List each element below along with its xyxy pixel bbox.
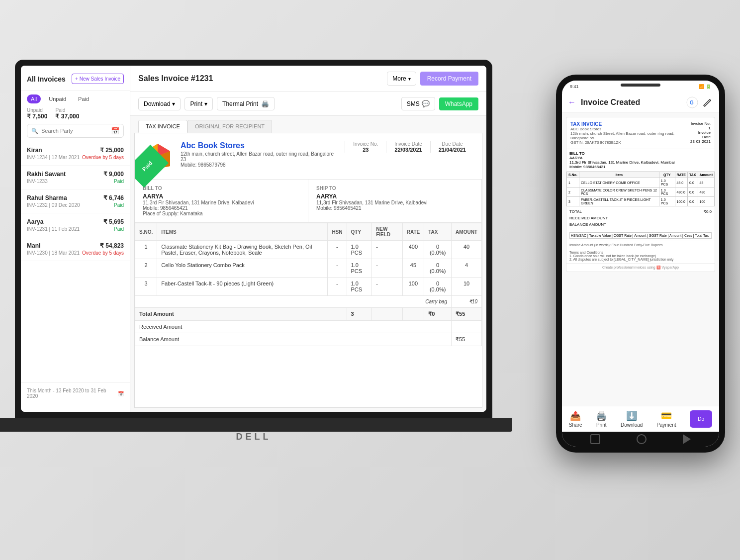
received-amount — [452, 321, 482, 333]
download-action[interactable]: ⬇️ Download — [621, 410, 643, 428]
new-invoice-button[interactable]: + New Sales Invoice — [72, 74, 124, 84]
print-action[interactable]: 🖨️ Print — [596, 410, 607, 428]
table-row: 3 Faber-Castell Tack-It - 90 pieces (Lig… — [135, 278, 482, 296]
list-item[interactable]: Aarya ₹ 5,695 INV-1231 | 11 Feb 2021 Pai… — [21, 213, 130, 237]
calendar-icon[interactable]: 📅 — [111, 127, 119, 135]
paid-label: Paid — [55, 107, 79, 113]
download-icon: ⬇️ — [626, 410, 637, 421]
bill-to-supply: Place of Supply: Karnataka — [143, 211, 300, 216]
print-dropdown[interactable]: Print ▾ — [185, 97, 213, 110]
cell-sno: 1 — [135, 241, 157, 259]
record-payment-button[interactable]: Record Payment — [420, 72, 478, 86]
invoice-amount: ₹ 9,000 — [103, 171, 124, 178]
chevron-down-icon: ▾ — [204, 100, 207, 107]
do-label: Do — [698, 416, 704, 422]
ph-col-qty: QTY — [659, 172, 675, 178]
share-action[interactable]: 📤 Share — [569, 410, 582, 428]
chevron-down-icon — [408, 75, 411, 82]
list-item[interactable]: Kiran ₹ 25,000 INV-1234 | 12 Mar 2021 Ov… — [21, 142, 130, 166]
phone-tax-row: HSN/SAC | Taxable Value | CGST Rate | Am… — [566, 230, 715, 241]
laptop-base — [0, 418, 512, 432]
phone-items-table: S.No. Item QTY RATE TAX Amount 1 CELLO S… — [566, 172, 715, 206]
ph-cell-rate: 480.0 — [675, 187, 688, 197]
invoice-amount: ₹ 54,823 — [100, 242, 124, 249]
bill-to-block: BILL TO AARYA 11,3rd Flr Shivsadan, 131 … — [135, 180, 308, 222]
whatsapp-button[interactable]: WhatsApp — [439, 97, 478, 110]
ph-cell-amount: 45 — [698, 178, 714, 187]
list-item[interactable]: Rakhi Sawant ₹ 9,000 INV-1233 Paid — [21, 166, 130, 189]
phone-bottom-nav — [562, 432, 719, 447]
phone-watermark: Create professional invoices using 🅱️ Vy… — [566, 263, 715, 272]
search-bar: 🔍 📅 — [27, 124, 124, 138]
ph-cell-sno: 1 — [567, 178, 579, 187]
col-items: ITEMS — [157, 223, 328, 241]
tab-original[interactable]: ORIGINAL FOR RECIPIENT — [187, 120, 272, 133]
ph-cell-amount: 100 — [698, 197, 714, 206]
invoice-status: Overdue by 5 days — [82, 250, 124, 256]
ship-to-label: SHIP TO — [316, 186, 473, 191]
filter-all-tab[interactable]: All — [27, 94, 41, 103]
invoice-number: INV-1234 | 12 Mar 2021 — [27, 155, 80, 160]
invoice-name: Kiran — [27, 147, 42, 154]
ph-col-amt: Amount — [698, 172, 714, 178]
invoice-header: Sales Invoice #1231 More Record Payment — [130, 66, 486, 92]
back-button[interactable]: ← — [568, 98, 576, 107]
company-address: 12th main, church street, Allen Bazar ro… — [181, 151, 337, 162]
do-button[interactable]: Do — [690, 410, 712, 428]
filter-paid-label: Paid — [74, 94, 93, 103]
cell-new-field: - — [372, 241, 403, 259]
ph-cell-tax: 0.0 — [688, 178, 698, 187]
received-amount-row: Received Amount — [135, 321, 482, 333]
svg-line-6 — [710, 99, 711, 100]
phone-invoice-no: 1 — [690, 126, 711, 130]
ph-cell-qty: 1.0 PCS — [659, 178, 675, 187]
list-item[interactable]: Rahul Sharma ₹ 6,746 INV-1232 | 09 Dec 2… — [21, 189, 130, 213]
status-time: 9:41 — [570, 84, 579, 89]
cell-hsn: - — [328, 278, 347, 296]
col-new-field: NEW FIELD — [372, 223, 403, 241]
thermal-print-button[interactable]: Thermal Print 🖨️ — [217, 97, 275, 110]
bill-to-name: AARYA — [143, 193, 300, 200]
phone-balance-label: BALANCE AMOUNT — [569, 222, 606, 227]
svg-text:G: G — [690, 100, 694, 105]
ph-col-sno: S.No. — [567, 172, 579, 178]
cell-new-field: - — [372, 278, 403, 296]
phone-camera — [621, 84, 660, 87]
company-mobile: Mobile: 9865879798 — [181, 162, 337, 168]
laptop-container: All Invoices + New Sales Invoice All Unp… — [15, 60, 492, 448]
sms-button[interactable]: SMS 💬 — [401, 97, 435, 110]
cell-amount: 40 — [452, 241, 482, 259]
total-amount-row: Total Amount3₹0₹55 — [135, 308, 482, 321]
cell-item: Classmate Stationery Kit Bag - Drawing B… — [157, 241, 328, 259]
cell-qty: 1.0 PCS — [347, 259, 372, 278]
phone-invoice-no-label: Invoice No. — [690, 121, 711, 126]
due-date-label: Due Date — [439, 141, 466, 147]
download-dropdown[interactable]: Download ▾ — [138, 97, 181, 110]
tab-tax-invoice[interactable]: TAX INVOICE — [138, 120, 187, 133]
calendar-footer-icon[interactable]: 📅 — [118, 391, 124, 396]
ph-cell-item: FABER-CASTELL TACK-IT 9 PIECES LIGHT GRE… — [579, 197, 659, 206]
search-input[interactable] — [41, 128, 108, 134]
invoice-status: Overdue by 5 days — [82, 155, 124, 160]
paid-value: ₹ 37,000 — [55, 113, 79, 120]
invoice-tabs: TAX INVOICE ORIGINAL FOR RECIPIENT — [130, 116, 486, 133]
ph-cell-rate: 100.0 — [675, 197, 688, 206]
ph-col-tax: TAX — [688, 172, 698, 178]
phone-footer: 📤 Share 🖨️ Print ⬇️ Download 💳 Payment D… — [562, 406, 719, 432]
phone-bill-name: AARYA — [569, 156, 712, 160]
invoice-no: 23 — [353, 147, 378, 153]
nav-back-icon — [683, 434, 691, 444]
invoice-amount: ₹ 5,695 — [103, 218, 124, 225]
col-sno: S.NO. — [135, 223, 157, 241]
ph-cell-qty: 1.0 PCS — [659, 197, 675, 206]
bill-to-address: 11,3rd Flr Shivsadan, 131 Marine Drive, … — [143, 200, 300, 205]
more-button[interactable]: More — [387, 72, 416, 86]
edit-icon[interactable] — [702, 97, 713, 108]
payment-label: Payment — [656, 422, 676, 428]
phone-invoice-date-label: Invoice Date — [690, 130, 711, 139]
list-item[interactable]: Mani ₹ 54,823 INV-1230 | 18 Mar 2021 Ove… — [21, 237, 130, 261]
cell-rate: 45 — [402, 259, 424, 278]
share-icon: 📤 — [570, 410, 581, 421]
payment-action[interactable]: 💳 Payment — [656, 410, 676, 428]
printer-icon: 🖨️ — [261, 100, 269, 107]
